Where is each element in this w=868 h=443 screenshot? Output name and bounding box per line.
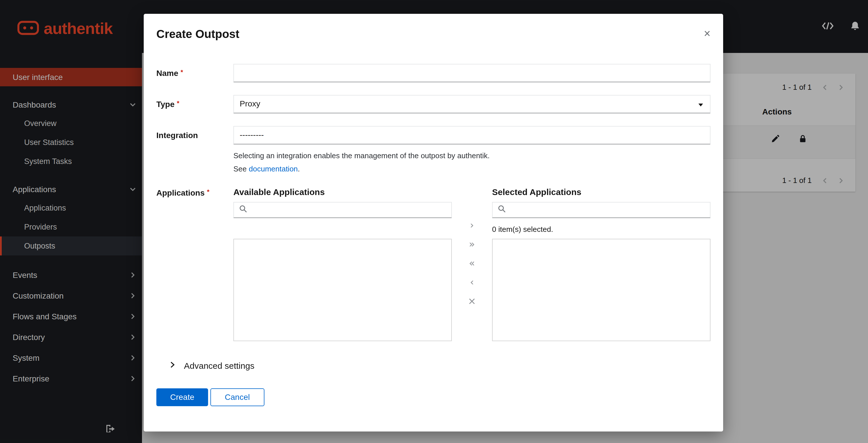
name-label: Name*: [156, 64, 234, 78]
integration-select-value: ---------: [240, 130, 264, 139]
integration-field-row: Integration --------- Selecting an integ…: [156, 126, 711, 174]
required-marker: *: [177, 99, 179, 107]
cancel-button[interactable]: Cancel: [210, 388, 264, 406]
search-icon: [239, 205, 247, 215]
selected-applications-title: Selected Applications: [492, 187, 711, 197]
required-marker: *: [207, 188, 210, 195]
type-select[interactable]: Proxy: [234, 95, 711, 113]
available-search-box: [234, 202, 452, 218]
name-input[interactable]: [234, 64, 711, 82]
selected-count-status: 0 item(s) selected.: [492, 225, 711, 234]
add-all-icon[interactable]: »: [469, 238, 475, 250]
close-icon[interactable]: ×: [704, 28, 711, 39]
available-applications-title: Available Applications: [234, 187, 452, 197]
selected-search-box: [492, 202, 711, 218]
type-label: Type*: [156, 95, 234, 109]
chevron-right-icon: [169, 361, 176, 371]
integration-select[interactable]: ---------: [234, 126, 711, 144]
create-outpost-modal: Create Outpost × Name* Type* Proxy: [144, 14, 723, 432]
advanced-settings-label: Advanced settings: [184, 361, 254, 371]
modal-title: Create Outpost: [156, 28, 240, 41]
integration-help-text: Selecting an integration enables the man…: [234, 151, 711, 161]
create-button[interactable]: Create: [156, 388, 208, 406]
available-search-input[interactable]: [251, 205, 446, 215]
applications-label: Applications*: [156, 187, 234, 197]
selected-applications-panel: Selected Applications 0 item(s) selected…: [492, 187, 711, 341]
selected-applications-listbox[interactable]: [492, 239, 711, 341]
remove-selected-icon[interactable]: ‹: [470, 276, 474, 288]
available-applications-panel: Available Applications: [234, 187, 452, 341]
required-marker: *: [181, 68, 183, 76]
search-icon: [498, 205, 506, 215]
selected-search-input[interactable]: [510, 205, 705, 215]
modal-footer: Create Cancel: [156, 388, 711, 406]
remove-all-icon[interactable]: «: [469, 257, 475, 269]
documentation-link[interactable]: documentation: [249, 165, 298, 173]
name-field-row: Name*: [156, 64, 711, 82]
applications-field-row: Applications* Available Applications: [156, 187, 711, 341]
caret-down-icon: [699, 104, 703, 107]
type-field-row: Type* Proxy: [156, 95, 711, 113]
add-selected-icon[interactable]: ›: [470, 219, 474, 231]
type-select-value: Proxy: [240, 99, 260, 108]
transfer-controls: › » « ‹ ×: [452, 187, 492, 341]
clear-selection-icon[interactable]: ×: [468, 295, 476, 307]
integration-help-link-line: See documentation.: [234, 165, 711, 174]
integration-label: Integration: [156, 126, 234, 140]
available-applications-listbox[interactable]: [234, 239, 452, 341]
available-status-spacer: [234, 225, 452, 234]
screen: 1 - 1 of 1 Actions: [0, 0, 868, 443]
advanced-settings-toggle[interactable]: Advanced settings: [156, 361, 711, 371]
